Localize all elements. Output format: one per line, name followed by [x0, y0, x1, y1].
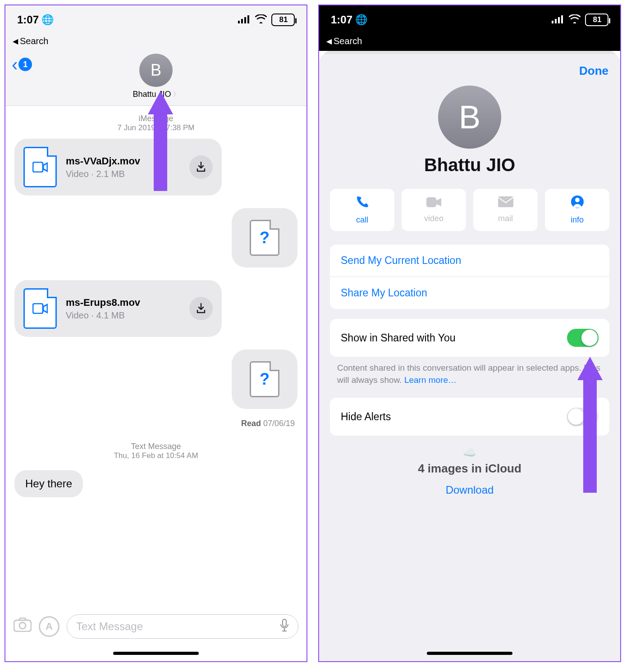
unread-badge: 1	[18, 58, 32, 71]
location-card: Send My Current Location Share My Locati…	[330, 245, 609, 309]
mail-icon	[498, 195, 513, 210]
date-label: 7 Jun 2019 at 7:38 PM	[14, 123, 297, 132]
compose-bar: A Text Message	[5, 614, 306, 639]
info-button[interactable]: info	[545, 189, 609, 231]
unknown-file-icon: ?	[250, 361, 279, 397]
cellular-icon	[238, 14, 251, 26]
back-triangle-icon: ◀	[13, 37, 18, 45]
back-triangle-icon: ◀	[326, 37, 332, 45]
svg-point-7	[19, 622, 26, 629]
show-in-shared-row: Show in Shared with You	[330, 319, 609, 357]
svg-rect-14	[498, 196, 513, 207]
home-indicator[interactable]	[427, 652, 512, 655]
learn-more-link[interactable]: Learn more…	[404, 375, 457, 385]
download-button[interactable]	[189, 297, 213, 320]
back-to-search[interactable]: ◀ Search	[319, 34, 620, 51]
file-meta: Video · 4.1 MB	[66, 310, 140, 321]
unknown-bubble-1[interactable]: ?	[232, 208, 297, 268]
svg-point-16	[575, 198, 580, 202]
conversation-header: ‹ 1 B Bhattu JIO 〉	[5, 51, 306, 106]
hide-alerts-card: Hide Alerts	[330, 398, 609, 436]
dictate-icon[interactable]	[280, 619, 289, 634]
battery-indicator: 81	[271, 14, 295, 26]
icloud-images-section: ☁️ 4 images in iCloud Download	[319, 446, 620, 496]
battery-indicator: 81	[585, 14, 608, 26]
sms-protocol-label: Text Message	[14, 442, 297, 451]
shared-with-you-card: Show in Shared with You	[330, 319, 609, 357]
file-meta: Video · 2.1 MB	[66, 169, 140, 179]
svg-rect-8	[283, 619, 286, 627]
messages-thread-screen: 1:07 🌐 81 ◀ Search ‹ 1 B Bhattu JIO 〉 iM…	[5, 5, 307, 662]
hide-alerts-row: Hide Alerts	[330, 398, 609, 436]
mail-button[interactable]: mail	[473, 189, 538, 231]
status-time: 1:07	[17, 14, 39, 26]
wifi-icon	[569, 14, 581, 26]
hide-alerts-toggle[interactable]	[567, 408, 599, 426]
video-file-icon	[23, 288, 57, 329]
svg-rect-11	[558, 17, 560, 23]
read-receipt: Read 07/06/19	[14, 419, 295, 428]
protocol-label: iMessage	[14, 114, 297, 123]
svg-rect-10	[555, 19, 557, 23]
message-thread: iMessage 7 Jun 2019 at 7:38 PM ms-VVaDjx…	[5, 106, 306, 497]
chevron-left-icon: ‹	[12, 55, 18, 73]
contact-name: Bhattu JIO	[319, 155, 620, 175]
svg-rect-0	[238, 21, 240, 23]
chevron-right-icon: 〉	[173, 91, 179, 99]
file-bubble-2[interactable]: ms-Erups8.mov Video · 4.1 MB	[14, 280, 222, 337]
home-indicator[interactable]	[113, 652, 199, 655]
svg-rect-5	[33, 304, 43, 313]
globe-icon: 🌐	[355, 14, 367, 26]
sms-date-label: Thu, 16 Feb at 10:54 AM	[14, 451, 297, 460]
file-bubble-1[interactable]: ms-VVaDjx.mov Video · 2.1 MB	[14, 139, 222, 195]
svg-rect-12	[561, 15, 563, 23]
wifi-icon	[255, 14, 267, 26]
send-current-location[interactable]: Send My Current Location	[330, 245, 609, 277]
download-images-button[interactable]: Download	[319, 484, 620, 496]
back-button[interactable]: ‹ 1	[12, 55, 32, 73]
svg-rect-4	[33, 162, 43, 172]
video-icon	[426, 195, 442, 210]
file-name: ms-VVaDjx.mov	[66, 155, 140, 167]
status-bar: 1:07 🌐 81	[319, 5, 620, 34]
svg-rect-1	[241, 19, 243, 23]
camera-button[interactable]	[14, 618, 32, 636]
phone-icon	[356, 195, 369, 212]
action-buttons: call video mail info	[330, 189, 609, 231]
text-bubble[interactable]: Hey there	[14, 470, 83, 497]
contact-avatar-large[interactable]: B	[438, 86, 501, 149]
info-icon	[571, 195, 584, 212]
unknown-bubble-2[interactable]: ?	[232, 350, 297, 409]
details-sheet: Done B Bhattu JIO call video mail	[319, 54, 620, 661]
download-button[interactable]	[189, 155, 213, 179]
globe-icon: 🌐	[41, 14, 54, 26]
apps-button[interactable]: A	[39, 616, 59, 637]
done-button[interactable]: Done	[579, 64, 608, 78]
video-file-icon	[23, 147, 57, 187]
status-time: 1:07	[331, 14, 352, 26]
svg-rect-13	[426, 197, 436, 207]
shared-with-you-toggle[interactable]	[567, 329, 599, 347]
unknown-file-icon: ?	[250, 220, 279, 256]
contact-details-screen: 1:07 🌐 81 ◀ Search Done B Bhattu JIO cal	[318, 5, 621, 662]
file-name: ms-Erups8.mov	[66, 297, 140, 309]
shared-footer-note: Content shared in this conversation will…	[337, 362, 602, 386]
contact-name-button[interactable]: Bhattu JIO 〉	[13, 90, 299, 99]
cellular-icon	[552, 14, 564, 26]
compose-input[interactable]: Text Message	[67, 614, 298, 639]
icloud-images-count: 4 images in iCloud	[319, 462, 620, 476]
cloud-icon: ☁️	[319, 446, 620, 459]
back-to-search[interactable]: ◀ Search	[5, 34, 306, 51]
status-bar: 1:07 🌐 81	[5, 5, 306, 34]
contact-avatar[interactable]: B	[139, 54, 173, 87]
svg-rect-3	[247, 15, 249, 23]
call-button[interactable]: call	[330, 189, 394, 231]
video-button[interactable]: video	[402, 189, 466, 231]
share-my-location[interactable]: Share My Location	[330, 277, 609, 309]
svg-rect-2	[244, 17, 246, 23]
svg-rect-9	[552, 21, 553, 23]
